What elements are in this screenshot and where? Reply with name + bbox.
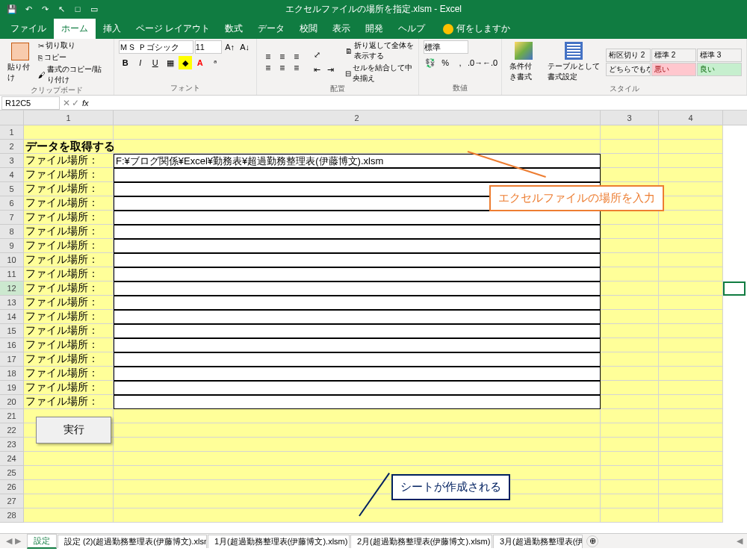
cell[interactable] bbox=[659, 352, 723, 367]
cell[interactable] bbox=[114, 494, 601, 508]
formula-input[interactable] bbox=[92, 96, 747, 110]
cell[interactable]: データを取得するエクセルファイルの場所 bbox=[24, 140, 114, 154]
italic-button[interactable]: I bbox=[134, 56, 147, 69]
cell[interactable] bbox=[659, 125, 723, 140]
cell[interactable] bbox=[601, 211, 659, 225]
tab-developer[interactable]: 開発 bbox=[358, 19, 391, 39]
row-header[interactable]: 5 bbox=[0, 182, 24, 196]
cell[interactable] bbox=[114, 352, 601, 367]
cell[interactable]: ファイル場所： bbox=[24, 154, 114, 168]
row-header[interactable]: 28 bbox=[0, 508, 24, 523]
format-painter-button[interactable]: 🖌書式のコピー/貼り付け bbox=[38, 64, 109, 85]
col-header[interactable]: 3 bbox=[601, 111, 659, 125]
cell[interactable] bbox=[659, 239, 723, 253]
row-header[interactable]: 18 bbox=[0, 367, 24, 381]
cell[interactable] bbox=[24, 125, 114, 140]
bold-button[interactable]: B bbox=[119, 56, 132, 69]
cell[interactable]: ファイル場所： bbox=[24, 324, 114, 338]
cell[interactable] bbox=[659, 438, 723, 452]
conditional-format-button[interactable]: 条件付き書式 bbox=[506, 40, 541, 84]
cell[interactable] bbox=[659, 296, 723, 310]
cell[interactable] bbox=[601, 225, 659, 239]
cut-button[interactable]: ✂切り取り bbox=[38, 40, 109, 51]
row-header[interactable]: 2 bbox=[0, 140, 24, 154]
underline-button[interactable]: U bbox=[149, 56, 162, 69]
tab-data[interactable]: データ bbox=[250, 19, 292, 39]
cell[interactable]: ファイル場所： bbox=[24, 267, 114, 281]
percent-button[interactable]: % bbox=[438, 56, 452, 69]
cell[interactable] bbox=[114, 466, 601, 480]
cell[interactable] bbox=[601, 452, 659, 466]
format-as-table-button[interactable]: テーブルとして書式設定 bbox=[545, 40, 603, 84]
row-header[interactable]: 8 bbox=[0, 225, 24, 239]
font-color-button[interactable]: A bbox=[193, 56, 207, 69]
cell[interactable] bbox=[601, 352, 659, 367]
cell[interactable] bbox=[601, 140, 659, 154]
cell[interactable] bbox=[114, 267, 601, 281]
execute-button[interactable]: 実行 bbox=[36, 417, 111, 444]
font-size-combo[interactable] bbox=[195, 40, 222, 54]
row-header[interactable]: 27 bbox=[0, 494, 24, 508]
col-header[interactable]: 1 bbox=[24, 111, 114, 125]
cell[interactable] bbox=[659, 168, 723, 182]
tab-nav-next-icon[interactable]: ▶ bbox=[15, 536, 21, 546]
cell[interactable] bbox=[114, 296, 601, 310]
cell[interactable] bbox=[659, 381, 723, 395]
cell[interactable] bbox=[601, 310, 659, 324]
align-buttons[interactable]: ≡≡≡ ≡≡≡ bbox=[261, 52, 303, 73]
wrap-text-button[interactable]: 🗎折り返して全体を表示する bbox=[345, 40, 414, 61]
cell[interactable] bbox=[659, 395, 723, 409]
cell[interactable] bbox=[601, 508, 659, 523]
tab-home[interactable]: ホーム bbox=[54, 19, 96, 39]
inc-decimal-button[interactable]: .0→ bbox=[468, 56, 482, 69]
cell[interactable] bbox=[114, 211, 601, 225]
fx-icon[interactable]: fx bbox=[82, 99, 89, 108]
cell[interactable]: ファイル場所： bbox=[24, 281, 114, 296]
tab-review[interactable]: 校閲 bbox=[292, 19, 325, 39]
cell[interactable] bbox=[114, 508, 601, 523]
cell[interactable] bbox=[659, 211, 723, 225]
orientation-button[interactable]: ⤢ bbox=[311, 48, 324, 61]
cell[interactable] bbox=[114, 381, 601, 395]
cell[interactable] bbox=[601, 438, 659, 452]
cell[interactable] bbox=[601, 168, 659, 182]
row-header[interactable]: 1 bbox=[0, 125, 24, 140]
save-icon[interactable]: 💾 bbox=[6, 3, 18, 15]
cell[interactable] bbox=[601, 494, 659, 508]
phonetic-button[interactable]: ᵃ bbox=[208, 56, 222, 69]
cell[interactable] bbox=[114, 253, 601, 267]
cell[interactable] bbox=[601, 324, 659, 338]
cell[interactable] bbox=[114, 395, 601, 409]
cell[interactable] bbox=[659, 508, 723, 523]
tab-nav-prev-icon[interactable]: ◀ bbox=[6, 536, 12, 546]
row-header[interactable]: 21 bbox=[0, 409, 24, 423]
cell[interactable] bbox=[659, 338, 723, 352]
cell[interactable]: ファイル場所： bbox=[24, 395, 114, 409]
col-header[interactable]: 2 bbox=[114, 111, 601, 125]
cell[interactable] bbox=[601, 125, 659, 140]
sheet-tab[interactable]: 1月(超過勤務整理表(伊藤博文).xlsm) bbox=[208, 535, 350, 548]
redo-icon[interactable]: ↷ bbox=[39, 3, 51, 15]
cell[interactable] bbox=[24, 466, 114, 480]
copy-button[interactable]: ⎘コピー bbox=[38, 52, 109, 63]
cell[interactable] bbox=[659, 196, 723, 211]
cell[interactable]: ファイル場所： bbox=[24, 225, 114, 239]
cell[interactable] bbox=[601, 281, 659, 296]
cell[interactable] bbox=[114, 452, 601, 466]
scroll-left-icon[interactable]: ◀ bbox=[732, 536, 747, 546]
row-header[interactable]: 15 bbox=[0, 324, 24, 338]
cell[interactable] bbox=[601, 253, 659, 267]
row-header[interactable]: 20 bbox=[0, 395, 24, 409]
cell[interactable] bbox=[659, 310, 723, 324]
cell[interactable] bbox=[114, 338, 601, 352]
row-header[interactable]: 25 bbox=[0, 466, 24, 480]
cell[interactable] bbox=[601, 296, 659, 310]
row-header[interactable]: 16 bbox=[0, 338, 24, 352]
undo-icon[interactable]: ↶ bbox=[22, 3, 34, 15]
cell[interactable]: ファイル場所： bbox=[24, 338, 114, 352]
number-format-combo[interactable] bbox=[424, 40, 468, 54]
dec-decimal-button[interactable]: ←.0 bbox=[483, 56, 497, 69]
cell[interactable] bbox=[659, 225, 723, 239]
cell[interactable] bbox=[659, 140, 723, 154]
row-header[interactable]: 3 bbox=[0, 154, 24, 168]
